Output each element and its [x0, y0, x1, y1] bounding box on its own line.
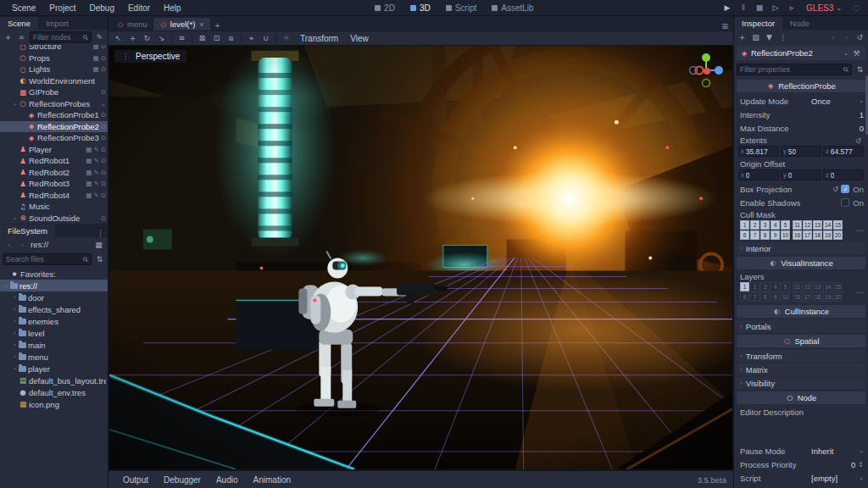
tree-item[interactable]: ◈ ReflectionProbe2 ⊙	[0, 121, 108, 133]
layer-10-cell[interactable]: 10	[781, 292, 790, 302]
origin-z-field[interactable]: z 0	[823, 169, 864, 180]
local-space-icon[interactable]: ⌖	[245, 33, 258, 44]
layer-17-cell[interactable]: 17	[803, 292, 812, 302]
history-back-icon[interactable]: ‹	[827, 31, 838, 42]
tree-item[interactable]: ◈ ReflectionProbe3 ⊙	[0, 132, 108, 144]
tab-filesystem[interactable]: FileSystem	[0, 225, 55, 237]
dock-tab[interactable]: Import	[38, 17, 76, 30]
layers-more-button[interactable]: ⋯	[856, 288, 864, 297]
video-driver-select[interactable]: GLES3 ⌄	[801, 3, 847, 13]
preview-sun-icon[interactable]: ☀	[280, 33, 292, 44]
tree-item[interactable]: ○ Structure ▦⊙	[0, 45, 108, 53]
layer-2-cell[interactable]: 2	[750, 220, 760, 230]
layer-7-cell[interactable]: 7	[750, 292, 760, 302]
eye-icon[interactable]: ⊙	[101, 146, 106, 153]
dock-tab[interactable]: Scene	[0, 17, 38, 30]
file-tree-item[interactable]: ▦ icon.png	[0, 398, 108, 410]
layer-18-cell[interactable]: 18	[813, 230, 822, 240]
scene-icon[interactable]: ▦	[93, 54, 99, 62]
file-tree-item[interactable]: › menu	[0, 351, 108, 363]
unlock-icon[interactable]: ⊡	[210, 33, 223, 44]
mode-button[interactable]: 3D	[404, 3, 437, 13]
layer-15-cell[interactable]: 15	[833, 282, 843, 291]
play-scene-button[interactable]: ▷	[769, 3, 782, 12]
script-icon[interactable]: ✎	[93, 191, 98, 199]
dock-tab[interactable]: Node	[782, 17, 817, 30]
section-portals[interactable]: › Portals	[737, 320, 865, 332]
layer-1-cell[interactable]: 1	[740, 282, 749, 291]
file-tree-item[interactable]: › enemies	[0, 315, 108, 327]
panel-menu-icon[interactable]: ⋮	[93, 229, 108, 237]
layer-3-cell[interactable]: 3	[760, 282, 770, 291]
object-tools-icon[interactable]: ⚒	[851, 47, 862, 58]
eye-icon[interactable]: ⊙	[101, 169, 106, 176]
file-tree-item[interactable]: ▤ default_bus_layout.tres	[0, 374, 108, 386]
tree-item[interactable]: ♫ Music	[0, 201, 108, 213]
snap-icon[interactable]: ∪	[259, 33, 272, 44]
layer-20-cell[interactable]: 20	[833, 292, 843, 302]
expander-icon[interactable]: ⌄	[11, 100, 19, 107]
file-tree-item[interactable]: ● default_env.tres	[0, 386, 108, 398]
scene-icon[interactable]: ▦	[86, 180, 92, 187]
eye-icon[interactable]: ⊙	[101, 45, 106, 50]
eye-icon[interactable]: ⊙	[101, 111, 106, 119]
extents-y-field[interactable]: y 50	[781, 146, 821, 157]
tree-item[interactable]: ○ Lights ▦⊙	[0, 64, 108, 75]
group-icon[interactable]: ⧈	[225, 33, 237, 44]
layer-15-cell[interactable]: 15	[833, 220, 843, 230]
search-files-input[interactable]	[6, 255, 83, 263]
process-priority-field[interactable]: 0 ↕	[851, 460, 864, 469]
collapse-icon[interactable]: ⌄	[101, 100, 106, 108]
section-visibility[interactable]: › Visibility	[737, 377, 865, 389]
scene-icon[interactable]: ▦	[93, 45, 99, 50]
file-tree-item[interactable]: › level	[0, 327, 108, 339]
history-icon[interactable]: ↺	[854, 31, 865, 42]
eye-icon[interactable]: ⊙	[101, 65, 106, 73]
expander-icon[interactable]: ›	[11, 306, 19, 313]
script-select[interactable]: [empty] ⌄	[811, 474, 864, 483]
expander-icon[interactable]: ›	[11, 341, 19, 348]
bottom-panel-button[interactable]: Animation	[246, 475, 298, 485]
property-sort-icon[interactable]: ⇅	[854, 64, 865, 75]
resource-options-icon[interactable]: ⋮	[777, 31, 788, 42]
instance-scene-button[interactable]: ∞	[16, 32, 27, 43]
layer-13-cell[interactable]: 13	[813, 220, 822, 230]
bottom-panel-button[interactable]: Debugger	[156, 475, 209, 485]
layer-4-cell[interactable]: 4	[771, 220, 780, 230]
layer-9-cell[interactable]: 9	[771, 292, 780, 302]
tree-item[interactable]: ♟ RedRobot1 ▦✎⊙	[0, 155, 108, 167]
layer-19-cell[interactable]: 19	[823, 292, 832, 302]
scene-tab-level[interactable]: ○ level(*) ×	[153, 18, 210, 30]
layer-16-cell[interactable]: 16	[793, 230, 802, 240]
tree-item[interactable]: ♟ RedRobot3 ▦✎⊙	[0, 178, 108, 190]
box-projection-checkbox[interactable]: ✓	[841, 185, 849, 193]
mode-button[interactable]: AssetLib	[486, 3, 539, 13]
scene-icon[interactable]: ▦	[86, 157, 92, 164]
file-tree-item[interactable]: › door	[0, 291, 108, 303]
enable-shadows-checkbox[interactable]	[841, 198, 849, 207]
dock-tab[interactable]: Inspector	[734, 17, 782, 30]
new-scene-tab-button[interactable]: +	[210, 21, 225, 30]
eye-icon[interactable]: ⊙	[101, 134, 106, 141]
eye-icon[interactable]: ⊙	[101, 180, 106, 187]
file-tree-item[interactable]: › effects_shared	[0, 303, 108, 315]
load-resource-icon[interactable]: ▨	[750, 31, 761, 42]
toolbar-menu[interactable]: View	[344, 34, 375, 43]
layer-17-cell[interactable]: 17	[803, 230, 812, 240]
layer-3-cell[interactable]: 3	[760, 220, 770, 230]
layer-10-cell[interactable]: 10	[781, 230, 790, 240]
mode-button[interactable]: Script	[440, 3, 483, 13]
extents-x-field[interactable]: x 35.817	[738, 146, 779, 157]
expander-icon[interactable]: ›	[11, 294, 19, 301]
add-node-button[interactable]: +	[3, 32, 14, 43]
script-icon[interactable]: ✎	[93, 169, 98, 176]
perspective-menu-button[interactable]: ⋮ Perspective	[114, 50, 186, 63]
history-forward-icon[interactable]: ›	[841, 31, 852, 42]
tree-item[interactable]: ⌄ ⊗ SoundOutside ⊙	[0, 213, 108, 225]
layer-13-cell[interactable]: 13	[813, 282, 822, 291]
rotate-tool-icon[interactable]: ↻	[141, 33, 153, 44]
edited-object-selector[interactable]: ◈ ReflectionProbe2 ⌄ ⚒	[737, 46, 865, 60]
layer-20-cell[interactable]: 20	[833, 230, 843, 240]
tree-item[interactable]: ◐ WorldEnvironment	[0, 75, 108, 87]
eye-icon[interactable]: ⊙	[101, 214, 106, 222]
